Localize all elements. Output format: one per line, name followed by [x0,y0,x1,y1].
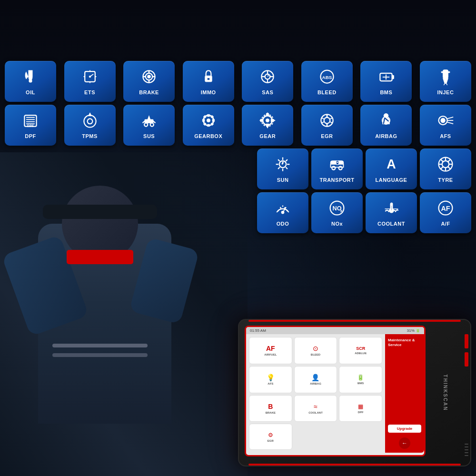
tyre-icon [437,156,454,175]
device-screen: 01:55 AM 31% 🔋 AF AIRFUEL ⊙ BLEED [245,326,426,456]
svg-rect-72 [336,162,338,165]
egr-icon [318,112,336,131]
tile-coolant[interactable]: COOLANT [366,192,417,233]
tile-sun[interactable]: SUN [257,149,308,189]
grid-row-3: SUN TRANSPORT A [5,149,471,189]
bleed-icon: ABS [318,68,336,88]
nox-label: NOx [331,221,343,227]
tile-egr[interactable]: EGR [301,105,353,146]
transport-label: TRANSPORT [320,177,355,183]
bms-label: BMS [380,89,392,95]
upgrade-button[interactable]: Upgrade [388,425,421,433]
sus-icon [140,112,158,131]
worker-collar [67,250,133,264]
device-red-stripe-bottom [248,464,461,466]
tile-tyre[interactable]: TYRE [420,149,471,189]
side-button-2[interactable] [465,352,468,367]
svg-line-80 [440,159,443,161]
bms-icon [377,68,395,88]
tile-gearbox[interactable]: GEARBOX [183,105,234,146]
tile-oil[interactable]: OIL [5,61,56,102]
nox-icon: NO x [328,199,346,219]
screen-battery: 31% 🔋 [407,328,420,333]
device-scanner: 01:55 AM 31% 🔋 AF AIRFUEL ⊙ BLEED [233,314,471,466]
svg-point-10 [148,75,150,78]
egr-label: EGR [321,133,333,139]
af-icon: AF [437,199,454,219]
svg-point-45 [144,123,148,126]
app-coolant[interactable]: ≈ COOLANT [294,395,337,422]
svg-point-65 [441,118,445,122]
app-brake[interactable]: B BRAKE [249,395,292,422]
svg-rect-50 [202,119,205,121]
svg-rect-32 [448,71,450,73]
tile-bms[interactable]: BMS [360,61,412,102]
tile-gear[interactable]: GEAR [242,105,293,146]
app-bms[interactable]: 🔋 BMS [339,366,382,393]
tile-language[interactable]: A LANGUAGE [366,149,417,189]
reflective-strip [52,344,148,347]
svg-rect-29 [443,69,448,78]
gearbox-icon [200,112,217,131]
tile-sus[interactable]: SUS [123,105,175,146]
app-egr[interactable]: ⚙ EGR [249,424,292,450]
tile-afs[interactable]: AFS [420,105,471,146]
tile-dpf[interactable]: DPF DPF [5,105,56,146]
tile-bleed[interactable]: ABS BLEED [301,61,353,102]
svg-point-41 [84,115,96,127]
language-icon: A [383,156,400,175]
immo-label: IMMO [201,89,216,95]
app-bleed[interactable]: ⊙ BLEED [294,337,337,364]
svg-text:A: A [387,157,396,171]
app-adblue[interactable]: SCR ADBLUE [339,337,382,364]
airbag-icon [377,112,395,131]
oil-icon [22,68,39,88]
grid-row-2: DPF DPF TPMS [5,105,471,146]
svg-text:DPF: DPF [27,124,34,128]
tile-tpms[interactable]: TPMS [64,105,116,146]
tile-af[interactable]: AF A/F [420,192,471,233]
tile-injec[interactable]: INJEC [420,61,471,102]
dpf-label: DPF [25,133,36,139]
tile-brake[interactable]: BRAKE [123,61,175,102]
svg-text:x: x [340,208,342,213]
svg-text:AF: AF [441,205,450,212]
injec-icon [437,68,454,88]
svg-rect-16 [207,78,209,80]
svg-rect-31 [441,71,443,73]
gear-label: GEAR [259,133,276,139]
screen-time: 01:55 AM [250,328,266,333]
svg-line-83 [440,167,443,169]
app-af[interactable]: AF AIRFUEL [249,337,292,364]
app-dpf[interactable]: ▦ DPF [339,395,382,422]
function-grid: OIL ETS [0,61,476,236]
tile-sas[interactable]: SAS [242,61,293,102]
tile-ets[interactable]: ETS [64,61,116,102]
tile-airbag[interactable]: AIRBAG [360,105,412,146]
brake-icon [140,68,158,88]
tile-transport[interactable]: TRANSPORT [311,149,363,189]
tile-nox[interactable]: NO x NOx [311,192,363,233]
grid-row-4: ODO NO x NOx [5,192,471,233]
sun-label: SUN [277,177,289,183]
back-button[interactable]: ← [399,437,410,449]
svg-point-59 [324,117,330,123]
app-afs[interactable]: 💡 AFS [249,366,292,393]
svg-line-33 [444,83,445,85]
tpms-label: TPMS [82,133,98,139]
device-red-stripe-top [248,320,461,322]
svg-line-81 [448,167,450,169]
tpms-icon [81,112,99,131]
svg-text:ABS: ABS [322,74,332,79]
svg-marker-30 [443,78,448,83]
vent-lines [465,444,468,456]
side-button-1[interactable] [465,334,468,348]
tile-immo[interactable]: IMMO [183,61,234,102]
svg-line-88 [280,207,281,208]
bleed-label: BLEED [317,89,337,95]
svg-line-89 [285,207,286,208]
tile-odo[interactable]: ODO [257,192,308,233]
app-airbag[interactable]: 👤 AIRBAG [294,366,337,393]
svg-line-34 [446,83,447,85]
dpf-icon: DPF [22,112,39,131]
